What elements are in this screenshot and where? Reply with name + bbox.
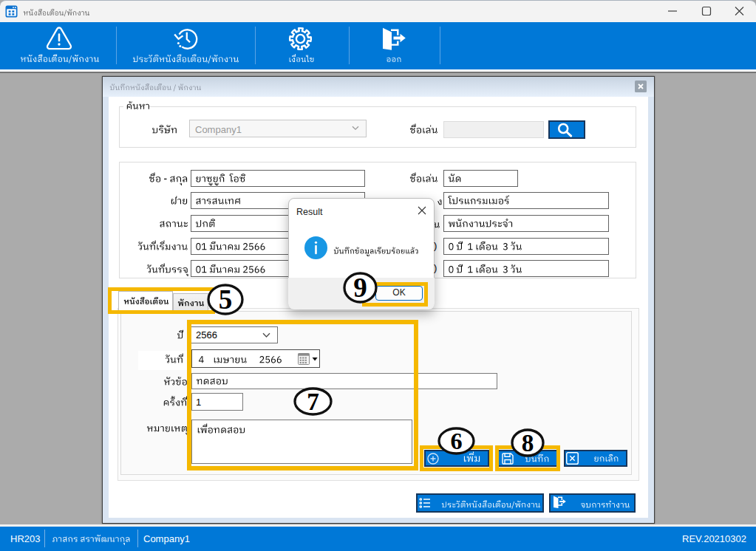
svg-text:6: 6 [450, 428, 462, 454]
svg-text:9: 9 [353, 273, 367, 303]
svg-text:7: 7 [307, 388, 319, 415]
svg-text:8: 8 [522, 429, 534, 456]
svg-text:5: 5 [219, 284, 233, 315]
